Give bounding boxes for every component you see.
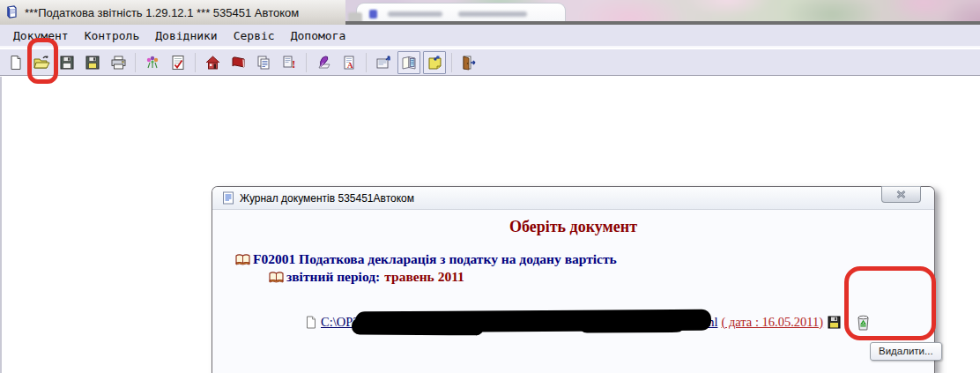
menu-service[interactable]: Сервіс — [227, 27, 281, 44]
save-as-icon — [85, 55, 100, 71]
document-file-row: C:\OPZ ml ( дата : 16.05.2011) — [306, 310, 872, 333]
new-document-button[interactable] — [4, 51, 27, 74]
app-titlebar: ***Податкова звітність 1.29.12.1 *** 535… — [0, 0, 345, 25]
document-alert-button[interactable]: ! — [278, 51, 301, 74]
print-button[interactable] — [107, 51, 130, 74]
window-title: ***Податкова звітність 1.29.12.1 *** 535… — [25, 6, 299, 19]
blurred-tab-text — [458, 11, 527, 17]
copy-documents-button[interactable] — [252, 51, 275, 74]
document-audit-icon: A — [341, 55, 357, 71]
flowers-icon — [145, 55, 160, 71]
flowers-button[interactable] — [141, 51, 164, 74]
tree-period-value: травень 2011 — [384, 269, 464, 285]
menu-document[interactable]: Документ — [7, 27, 75, 44]
svg-text:A: A — [347, 61, 353, 70]
file-page-icon — [306, 316, 316, 329]
save-button[interactable] — [56, 51, 78, 74]
menu-directories[interactable]: Довідники — [149, 27, 223, 44]
journal-dialog: Журнал документів 535451Автоком Оберіть … — [212, 186, 935, 373]
sign-quill-button[interactable] — [312, 51, 335, 74]
tab-notch — [348, 12, 362, 25]
document-audit-button[interactable]: A — [338, 51, 360, 74]
copy-documents-icon — [256, 55, 272, 71]
redaction-blob — [355, 310, 711, 333]
open-book-icon — [235, 253, 250, 265]
recycle-bin-icon[interactable] — [855, 313, 872, 332]
check-document-button[interactable] — [167, 51, 189, 74]
open-folder-icon — [33, 55, 50, 71]
dialog-titlebar[interactable]: Журнал документів 535451Автоком — [212, 187, 934, 210]
notes-icon — [427, 55, 443, 71]
journal-icon — [401, 55, 418, 71]
background-browser-tab[interactable] — [356, 3, 566, 25]
tree-node-document[interactable]: F02001 Податкова декларація з податку на… — [235, 251, 934, 267]
save-as-button[interactable] — [81, 51, 104, 74]
exit-button[interactable] — [457, 51, 480, 74]
svg-text:!: ! — [292, 56, 295, 70]
toolbar-separator — [366, 53, 368, 72]
app-logo-icon — [5, 5, 19, 19]
print-icon — [110, 55, 127, 71]
document-properties-button[interactable] — [372, 51, 395, 74]
browser-tab-favicon-icon — [369, 10, 377, 19]
dialog-title: Журнал документів 535451Автоком — [240, 192, 414, 205]
dialog-document-icon — [222, 191, 234, 205]
document-properties-icon — [375, 55, 392, 71]
dialog-heading: Оберіть документ — [212, 210, 934, 236]
tree-document-label: F02001 Податкова декларація з податку на… — [253, 251, 617, 267]
tree-node-period[interactable]: звітний період: травень 2011 — [269, 269, 934, 285]
new-document-icon — [8, 55, 24, 71]
delete-tooltip: Видалити... — [870, 342, 942, 361]
menu-control[interactable]: Контроль — [78, 27, 146, 44]
menu-help[interactable]: Допомога — [285, 27, 353, 44]
home-button[interactable] — [201, 51, 224, 74]
floppy-small-icon[interactable] — [828, 316, 841, 329]
tree-period-label: звітний період: — [286, 269, 380, 285]
top-strip: ***Податкова звітність 1.29.12.1 *** 535… — [0, 0, 980, 25]
sign-quill-icon — [316, 55, 332, 71]
dialog-close-button[interactable] — [881, 186, 921, 203]
menu-bar: Документ Контроль Довідники Сервіс Допом… — [0, 25, 980, 48]
registry-book-icon — [230, 55, 247, 71]
journal-button[interactable] — [397, 51, 420, 74]
toolbar: ! A — [0, 49, 980, 76]
toolbar-separator — [195, 53, 197, 72]
open-document-button[interactable] — [30, 51, 53, 74]
dialog-body: Оберіть документ F02001 Податкова деклар… — [212, 210, 934, 373]
blurred-tab-text — [388, 11, 442, 17]
exit-door-icon — [461, 55, 478, 71]
check-document-icon — [170, 55, 186, 71]
open-book-icon — [269, 271, 284, 283]
registry-book-button[interactable] — [226, 51, 249, 74]
save-icon — [59, 55, 75, 71]
toolbar-separator — [135, 53, 137, 72]
close-icon — [896, 190, 906, 198]
notes-button[interactable] — [423, 51, 446, 74]
toolbar-separator — [451, 53, 453, 72]
desktop-background — [345, 0, 980, 25]
document-alert-icon: ! — [281, 55, 297, 71]
file-link-date[interactable]: ( дата : 16.05.2011) — [721, 315, 823, 330]
toolbar-separator — [306, 53, 308, 72]
home-icon — [204, 55, 221, 71]
